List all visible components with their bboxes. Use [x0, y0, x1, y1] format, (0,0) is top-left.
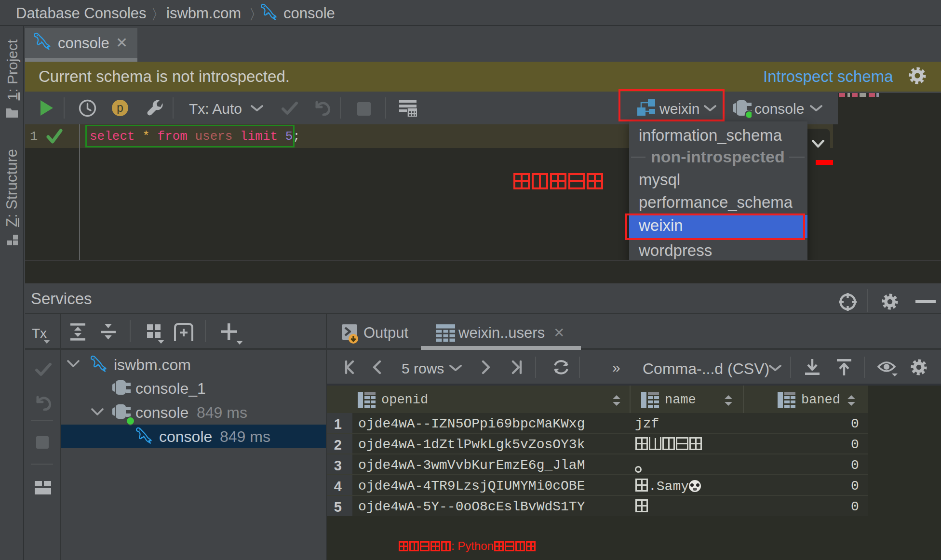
svg-text:p: p [116, 102, 123, 116]
